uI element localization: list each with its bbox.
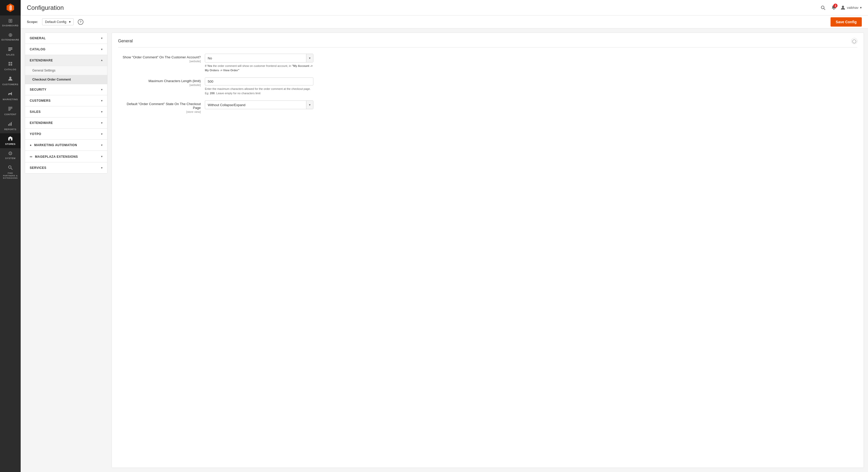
section-header-extendware[interactable]: EXTENDWARE ▾ [25,55,107,66]
config-section-services: SERVICES ▾ [25,162,107,173]
sidebar-item-content[interactable]: CONTENT [0,103,21,119]
user-name: vaibhav [847,6,859,9]
svg-rect-8 [8,107,12,107]
section-header-catalog[interactable]: CATALOG ▾ [25,44,107,55]
notification-badge: 2 [833,4,838,8]
customers-icon [8,76,13,82]
svg-line-18 [11,168,12,170]
select-default-state[interactable]: Without Collapse/Expand Collapsed Expand… [205,101,306,109]
sales-icon [8,46,13,53]
content-area: GENERAL ▾ CATALOG ▾ EXTENDWARE ▾ [21,28,868,472]
section-child-checkout-order-comment[interactable]: Checkout Order Comment [25,75,107,84]
svg-point-19 [821,6,824,9]
sidebar-item-marketing[interactable]: MARKETING [0,89,21,103]
sidebar-item-system[interactable]: ⚙ SYSTEM [0,148,21,162]
find-partners-icon [8,165,13,171]
svg-rect-5 [8,50,11,51]
svg-rect-9 [8,108,12,108]
form-row-max-chars: Maximum Characters Length (limit) [websi… [118,77,858,95]
section-header-services[interactable]: SERVICES ▾ [25,162,107,173]
section-arrow-extendware: ▾ [101,59,102,62]
save-config-button[interactable]: Save Config [831,17,862,27]
field-scope-max-chars: [website] [118,84,201,87]
marketing-automation-icon: ● [30,143,32,147]
hint-max-chars: Enter the maximum characters allowed for… [205,87,313,95]
config-section-general: GENERAL ▾ [25,33,107,44]
section-header-security[interactable]: SECURITY ▾ [25,84,107,95]
section-header-customers[interactable]: CUSTOMERS ▾ [25,95,107,106]
user-dropdown-icon: ▾ [860,6,862,9]
section-header-mageplaza[interactable]: ∞ MAGEPLAZA EXTENSIONS ▾ [25,151,107,162]
content-icon [8,106,13,112]
system-icon: ⚙ [8,151,13,156]
section-arrow-mageplaza: ▾ [101,155,102,158]
section-children-extendware: General Settings Checkout Order Comment [25,66,107,84]
sidebar-item-sales[interactable]: SALES [0,44,21,59]
field-scope-default-state: [store view] [118,110,201,113]
hint-order-comment: If Yes the order comment will show on cu… [205,64,313,72]
svg-marker-2 [10,5,11,10]
section-arrow-customers: ▾ [101,99,102,102]
form-row-default-state: Default "Order Comment" State On The Che… [118,100,858,113]
sidebar-item-stores[interactable]: STORES [0,133,21,148]
section-header-general[interactable]: GENERAL ▾ [25,33,107,44]
section-arrow-extendware2: ▾ [101,121,102,125]
svg-rect-15 [12,121,12,122]
select-order-comment[interactable]: No Yes [205,55,306,62]
input-max-chars[interactable] [205,77,313,86]
scope-bar: Scope: Default Config ▾ ? Save Config [21,15,868,28]
scope-value: Default Config [45,20,66,24]
page-title: Configuration [27,4,819,11]
scope-selector[interactable]: Default Config ▾ [42,18,73,25]
main-content: Configuration 2 vaibhav [21,0,868,472]
sidebar-item-extendware[interactable]: ⊕ EXTENDWARE [0,30,21,44]
field-scope-order-comment: [website] [118,60,201,63]
svg-rect-7 [8,94,9,95]
section-header-extendware2[interactable]: EXTENDWARE ▾ [25,118,107,128]
section-header-marketing-automation[interactable]: ● MARKETING AUTOMATION ▾ [25,140,107,151]
config-section-security: SECURITY ▾ [25,84,107,95]
config-section-extendware: EXTENDWARE ▾ General Settings Checkout O… [25,55,107,84]
sidebar-item-dashboard[interactable]: ⊞ DASHBOARD [0,15,21,30]
field-label-order-comment: Show "Order Comment" On The Customer Acc… [118,55,201,59]
section-child-general-settings[interactable]: General Settings [25,66,107,75]
panel-section-title: General ◯ [118,38,858,48]
scope-label: Scope: [27,20,38,24]
right-panel: General ◯ Show "Order Comment" On The Cu… [112,33,864,468]
svg-rect-4 [8,49,12,50]
section-header-yotpo[interactable]: YOTPO ▾ [25,129,107,139]
left-panel: GENERAL ▾ CATALOG ▾ EXTENDWARE ▾ [25,33,107,174]
scope-dropdown-icon: ▾ [69,20,71,24]
sidebar-item-find-partners[interactable]: FIND PARTNERS & EXTENSIONS [0,162,21,182]
section-arrow-sales: ▾ [101,110,102,114]
field-label-max-chars: Maximum Characters Length (limit) [118,79,201,83]
svg-line-20 [824,8,826,10]
config-section-marketing-automation: ● MARKETING AUTOMATION ▾ [25,140,107,151]
mageplaza-icon: ∞ [30,154,32,159]
dashboard-icon: ⊞ [8,18,13,23]
select-wrap-order-comment: No Yes ▾ [205,54,313,62]
section-arrow-services: ▾ [101,166,102,170]
svg-rect-16 [9,139,11,140]
section-arrow-general: ▾ [101,36,102,40]
select-wrap-default-state: Without Collapse/Expand Collapsed Expand… [205,100,313,109]
user-menu-button[interactable]: vaibhav ▾ [841,5,862,10]
help-button[interactable]: ? [78,19,84,25]
notification-button[interactable]: 2 [831,5,836,10]
sidebar-item-customers[interactable]: CUSTOMERS [0,73,21,89]
svg-rect-3 [8,48,12,48]
topbar-actions: 2 vaibhav ▾ [819,4,862,12]
collapse-section-button[interactable]: ◯ [851,38,858,44]
sidebar-item-catalog[interactable]: CATALOG [0,59,21,73]
form-row-order-comment-account: Show "Order Comment" On The Customer Acc… [118,54,858,72]
svg-point-22 [842,6,844,8]
sidebar-item-reports[interactable]: REPORTS [0,119,21,133]
section-arrow-security: ▾ [101,88,102,91]
section-header-sales[interactable]: SALES ▾ [25,106,107,117]
config-section-customers: CUSTOMERS ▾ [25,95,107,106]
catalog-icon [8,61,13,67]
config-section-yotpo: YOTPO ▾ [25,129,107,140]
svg-rect-10 [8,109,11,109]
config-section-catalog: CATALOG ▾ [25,44,107,55]
search-button[interactable] [819,4,827,12]
